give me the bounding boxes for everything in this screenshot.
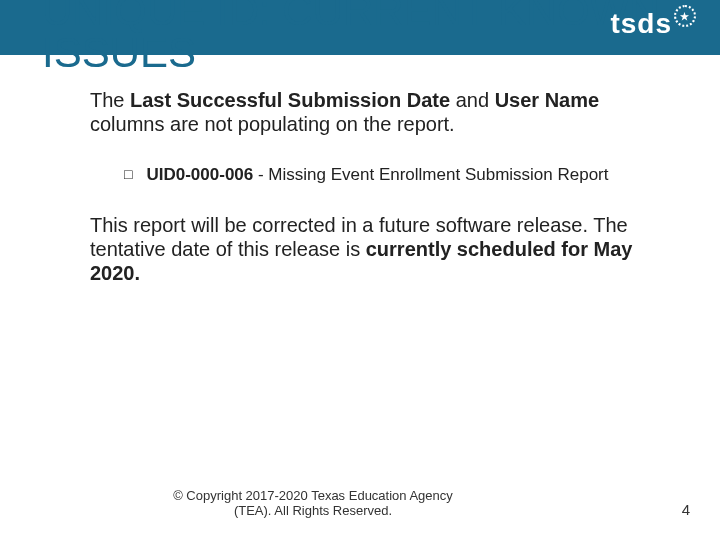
copyright-inner: © Copyright 2017-2020 Texas Education Ag…	[163, 488, 463, 518]
logo: tsds ★	[610, 8, 696, 40]
bullet-text: UID0-000-006 - Missing Event Enrollment …	[146, 164, 608, 185]
logo-icon: ★	[674, 5, 696, 27]
intro-paragraph: The Last Successful Submission Date and …	[90, 88, 660, 136]
intro-pre: The	[90, 89, 130, 111]
intro-bold-2: User Name	[495, 89, 600, 111]
footer: © Copyright 2017-2020 Texas Education Ag…	[0, 488, 720, 518]
intro-bold-1: Last Successful Submission Date	[130, 89, 450, 111]
intro-mid: and	[450, 89, 494, 111]
bullet-list: □ UID0-000-006 - Missing Event Enrollmen…	[124, 164, 660, 185]
closing-paragraph: This report will be corrected in a futur…	[90, 213, 660, 285]
page-number: 4	[626, 501, 720, 518]
copyright-text: © Copyright 2017-2020 Texas Education Ag…	[0, 488, 626, 518]
logo-text: tsds	[610, 8, 672, 40]
bullet-desc: - Missing Event Enrollment Submission Re…	[253, 165, 608, 184]
bullet-marker-icon: □	[124, 167, 132, 185]
slide-body: The Last Successful Submission Date and …	[90, 88, 660, 285]
list-item: □ UID0-000-006 - Missing Event Enrollmen…	[124, 164, 660, 185]
intro-post: columns are not populating on the report…	[90, 113, 455, 135]
bullet-id: UID0-000-006	[146, 165, 253, 184]
